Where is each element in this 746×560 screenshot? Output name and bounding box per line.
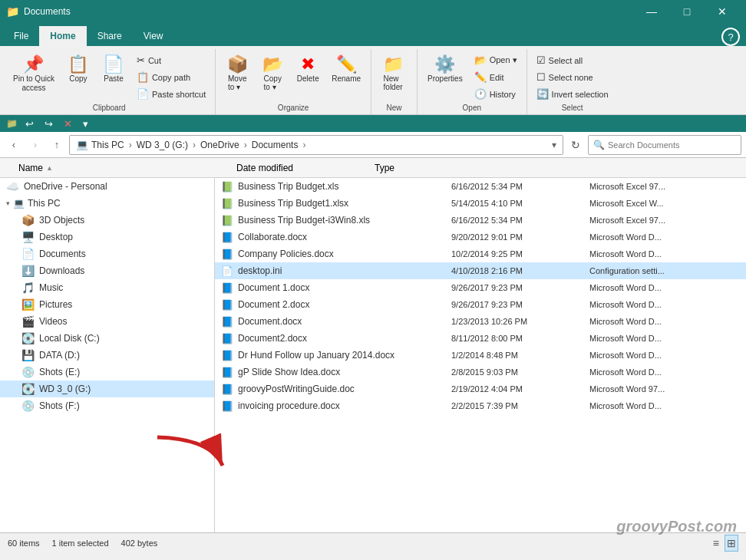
rename-button[interactable]: ✏️ Rename xyxy=(326,52,366,87)
open-button[interactable]: 📂 Open ▾ xyxy=(470,52,522,68)
sidebar-item-desktop[interactable]: 🖥️ Desktop xyxy=(0,229,214,245)
forward-button[interactable]: › xyxy=(26,136,45,154)
shots-f-icon: 💿 xyxy=(21,400,35,412)
sidebar-item-3dobjects[interactable]: 📦 3D Objects xyxy=(0,212,214,229)
customize-qa-button[interactable]: ▾ xyxy=(80,117,91,131)
file-list: 📗Business Trip Budget.xls 6/16/2012 5:34… xyxy=(215,178,746,532)
redo-button[interactable]: ↪ xyxy=(41,117,56,131)
copy-button[interactable]: 📋 Copy xyxy=(61,52,95,87)
window-controls: — □ ✕ xyxy=(634,0,740,23)
select-none-button[interactable]: ☐ Select none xyxy=(532,69,613,85)
ribbon-group-select: ☑ Select all ☐ Select none 🔄 Invert sele… xyxy=(527,49,618,114)
breadcrumb-thispc[interactable]: This PC xyxy=(91,140,124,150)
delete-button[interactable]: ✖ Delete xyxy=(291,52,325,87)
name-column-header[interactable]: Name ▲ xyxy=(18,163,236,173)
ribbon: 📌 Pin to Quickaccess 📋 Copy 📄 Paste ✂ Cu… xyxy=(0,46,746,115)
table-row[interactable]: 📘Document2.docx 8/11/2012 8:00 PM Micros… xyxy=(215,330,746,347)
table-row-desktop-ini[interactable]: 📄desktop.ini 4/10/2018 2:16 PM Configura… xyxy=(215,262,746,279)
onedrive-icon: ☁️ xyxy=(6,180,19,193)
table-row[interactable]: 📘Company Policies.docx 10/2/2014 9:25 PM… xyxy=(215,245,746,262)
history-button[interactable]: 🕐 History xyxy=(470,86,522,102)
select-none-icon: ☐ xyxy=(536,71,546,83)
cut-button[interactable]: ✂ Cut xyxy=(132,52,210,68)
pin-to-quick-access-button[interactable]: 📌 Pin to Quickaccess xyxy=(8,52,60,97)
tab-view[interactable]: View xyxy=(133,26,174,46)
minimize-button[interactable]: — xyxy=(634,0,669,23)
sidebar-item-shots-e[interactable]: 💿 Shots (E:) xyxy=(0,364,214,380)
sidebar-item-videos[interactable]: 🎬 Videos xyxy=(0,313,214,330)
address-dropdown-icon[interactable]: ▾ xyxy=(552,140,556,150)
select-content: ☑ Select all ☐ Select none 🔄 Invert sele… xyxy=(532,49,613,104)
breadcrumb-onedrive[interactable]: OneDrive xyxy=(200,140,239,150)
desktop-icon: 🖥️ xyxy=(21,231,35,243)
maximize-button[interactable]: □ xyxy=(669,0,705,23)
table-row[interactable]: 📘invoicing procedure.docx 2/2/2015 7:39 … xyxy=(215,397,746,414)
search-input[interactable] xyxy=(608,140,736,150)
date-column-header[interactable]: Date modified xyxy=(236,163,375,173)
sidebar-item-music[interactable]: 🎵 Music xyxy=(0,279,214,296)
sidebar-item-downloads[interactable]: ⬇️ Downloads xyxy=(0,262,214,279)
paste-shortcut-button[interactable]: 📄 Paste shortcut xyxy=(132,86,210,102)
refresh-button[interactable]: ↻ xyxy=(566,136,585,154)
table-row[interactable]: 📘Document 1.docx 9/26/2017 9:23 PM Micro… xyxy=(215,279,746,296)
help-button[interactable]: ? xyxy=(721,28,740,46)
sidebar-item-datad[interactable]: 💾 DATA (D:) xyxy=(0,347,214,364)
details-view-button[interactable]: ≡ xyxy=(711,535,721,552)
organize-content: 📦 Moveto ▾ 📂 Copyto ▾ ✖ Delete ✏️ Rename xyxy=(220,49,366,104)
edit-button[interactable]: ✏️ Edit xyxy=(470,69,522,85)
sidebar-item-wd-g[interactable]: 💽 WD 3_0 (G:) xyxy=(0,380,214,397)
select-small-buttons: ☑ Select all ☐ Select none 🔄 Invert sele… xyxy=(532,52,613,102)
tab-home[interactable]: Home xyxy=(39,26,86,46)
sidebar-item-pictures[interactable]: 🖼️ Pictures xyxy=(0,296,214,313)
videos-icon: 🎬 xyxy=(21,315,35,328)
breadcrumb-wd[interactable]: WD 3_0 (G:) xyxy=(137,140,188,150)
delete-qa-button[interactable]: ✕ xyxy=(61,117,75,131)
tab-share[interactable]: Share xyxy=(87,26,133,46)
sidebar-item-thispc[interactable]: ▾ 💻 This PC xyxy=(0,195,214,212)
table-row[interactable]: 📗Business Trip Budget-i3Win8.xls 6/16/20… xyxy=(215,212,746,229)
thispc-icon: 💻 xyxy=(13,198,25,209)
history-icon: 🕐 xyxy=(474,88,487,100)
properties-button[interactable]: ⚙️ Properties xyxy=(422,52,468,87)
sidebar-item-shots-f[interactable]: 💿 Shots (F:) xyxy=(0,397,214,414)
invert-selection-button[interactable]: 🔄 Invert selection xyxy=(532,86,613,102)
file-icon: 📘 xyxy=(221,367,233,378)
new-label: New xyxy=(376,104,412,114)
tab-file[interactable]: File xyxy=(3,26,39,46)
file-icon: 📘 xyxy=(221,299,233,311)
table-row[interactable]: 📘Document 2.docx 9/26/2017 9:23 PM Micro… xyxy=(215,296,746,313)
select-all-button[interactable]: ☑ Select all xyxy=(532,52,613,68)
paste-button[interactable]: 📄 Paste xyxy=(97,52,130,87)
table-row[interactable]: 📘Dr Hund Follow up January 2014.docx 1/2… xyxy=(215,347,746,364)
table-row[interactable]: 📘Collaborate.docx 9/20/2012 9:01 PM Micr… xyxy=(215,229,746,245)
breadcrumb-documents[interactable]: Documents xyxy=(252,140,299,150)
copy-path-button[interactable]: 📋 Copy path xyxy=(132,69,210,85)
address-bar-row: ‹ › ↑ 💻 This PC › WD 3_0 (G:) › OneDrive… xyxy=(0,132,746,158)
address-bar[interactable]: 💻 This PC › WD 3_0 (G:) › OneDrive › Doc… xyxy=(69,135,563,155)
delete-icon: ✖ xyxy=(301,56,315,73)
new-folder-button[interactable]: 📁 Newfolder xyxy=(376,52,410,95)
file-icon: 📘 xyxy=(221,232,233,243)
list-view-button[interactable]: ⊞ xyxy=(725,535,738,552)
file-size: 402 bytes xyxy=(121,539,158,548)
table-row[interactable]: 📗Business Trip Budget1.xlsx 5/14/2015 4:… xyxy=(215,195,746,212)
file-icon: 📘 xyxy=(221,400,233,412)
type-column-header[interactable]: Type xyxy=(375,163,513,173)
view-toggle: ≡ ⊞ xyxy=(711,535,738,552)
sidebar-item-localdisk[interactable]: 💽 Local Disk (C:) xyxy=(0,330,214,347)
sidebar-item-onedrive[interactable]: ☁️ OneDrive - Personal xyxy=(0,178,214,195)
table-row[interactable]: 📘gP Slide Show Idea.docx 2/8/2015 9:03 P… xyxy=(215,364,746,380)
sidebar: ☁️ OneDrive - Personal ▾ 💻 This PC 📦 3D … xyxy=(0,178,215,532)
move-to-button[interactable]: 📦 Moveto ▾ xyxy=(220,52,254,95)
table-row[interactable]: 📘Document.docx 1/23/2013 10:26 PM Micros… xyxy=(215,313,746,330)
table-row[interactable]: 📗Business Trip Budget.xls 6/16/2012 5:34… xyxy=(215,178,746,195)
table-row[interactable]: 📘groovyPostWritingGuide.doc 2/19/2012 4:… xyxy=(215,380,746,397)
back-button[interactable]: ‹ xyxy=(5,136,23,154)
up-button[interactable]: ↑ xyxy=(48,136,66,154)
undo-button[interactable]: ↩ xyxy=(22,117,37,131)
copy-to-button[interactable]: 📂 Copyto ▾ xyxy=(256,52,289,95)
ribbon-group-clipboard: 📌 Pin to Quickaccess 📋 Copy 📄 Paste ✂ Cu… xyxy=(3,49,216,114)
file-icon: 📘 xyxy=(221,333,233,344)
close-button[interactable]: ✕ xyxy=(705,0,740,23)
sidebar-item-documents[interactable]: 📄 Documents xyxy=(0,245,214,262)
